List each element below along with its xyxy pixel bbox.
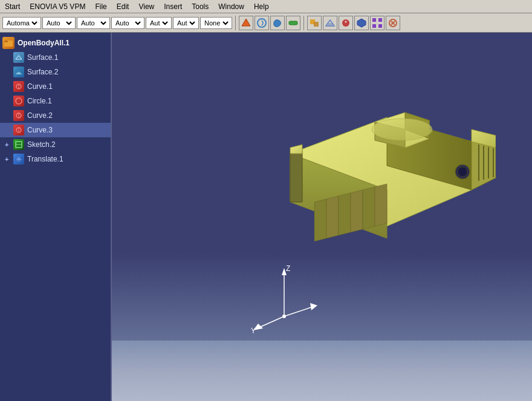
svg-line-32 [284,307,311,316]
svg-marker-53 [326,196,339,238]
toolbar-btn-10[interactable] [386,16,400,30]
dropdown-auto2-select[interactable]: Auto [79,19,108,27]
svg-marker-50 [290,151,302,202]
toolbar: Automa Auto Auto Auto Aut Aut None * [0,13,532,33]
circle1-icon [13,96,24,106]
curve1-icon [13,81,24,92]
toolbar-btn-3[interactable] [270,16,285,30]
dropdown-auto3-select[interactable]: Auto [113,19,143,27]
svg-marker-57 [375,184,387,226]
dropdown-none[interactable]: None [200,17,232,29]
bottom-bar [112,341,532,401]
toolbar-btn-2[interactable] [255,16,269,30]
menu-insert[interactable]: Insert [159,1,187,12]
sketch2-plus: + [5,141,8,148]
main-area: OpenBodyAll.1 Surface.1 Surface.2 Curve.… [0,33,532,401]
translate1-plus: + [5,155,8,163]
dropdown-aut1[interactable]: Aut [146,17,172,29]
dropdown-automate[interactable]: Automa [2,17,41,29]
surface2-icon [13,67,24,77]
tree-item-curve2[interactable]: Curve.2 [0,108,111,123]
curve3-icon [13,125,24,135]
menu-view[interactable]: View [134,1,159,12]
dropdown-none-select[interactable]: None [202,19,230,27]
svg-rect-8 [378,18,382,22]
svg-point-47 [372,119,432,140]
curve1-label: Curve.1 [27,82,53,91]
sketch2-icon [13,139,24,150]
svg-rect-7 [372,18,376,22]
toolbar-btn-5[interactable] [307,16,322,30]
curve2-icon [13,110,24,121]
tree-item-translate1[interactable]: + Translate.1 [0,152,111,166]
menu-tools[interactable]: Tools [187,1,213,12]
svg-text:Z: Z [286,264,290,273]
dropdown-aut2-select[interactable]: Aut [175,19,197,27]
sketch2-label: Sketch.2 [27,140,56,149]
3d-model [242,69,496,262]
dropdown-auto1-select[interactable]: Auto [44,19,74,27]
menu-help[interactable]: Help [249,1,274,12]
svg-point-49 [458,167,467,177]
svg-marker-54 [339,193,351,235]
svg-rect-15 [4,41,8,42]
svg-point-18 [16,98,22,104]
curve2-label: Curve.2 [27,111,53,120]
svg-marker-56 [363,187,375,229]
dropdown-automate-select[interactable]: Automa [4,19,39,27]
dropdown-aut1-select[interactable]: Aut [148,19,170,27]
tree-item-surface2[interactable]: Surface.2 [0,65,111,79]
tree-item-sketch2[interactable]: + Sketch.2 [0,137,111,152]
toolbar-btn-1[interactable] [239,16,253,30]
toolbar-btn-4[interactable] [286,16,300,30]
svg-marker-33 [310,303,317,310]
menu-edit[interactable]: Edit [112,1,134,12]
tree-root[interactable]: OpenBodyAll.1 [0,36,111,50]
tree-item-surface1[interactable]: Surface.1 [0,50,111,65]
root-icon [2,37,15,49]
menubar: Start ENOVIA V5 VPM File Edit View Inser… [0,0,532,13]
svg-point-34 [282,315,286,318]
svg-point-1 [258,19,266,27]
tree-item-curve1[interactable]: Curve.1 [0,79,111,94]
surface1-icon [13,52,24,63]
viewport[interactable]: Z Y [112,33,532,401]
svg-marker-0 [242,19,250,26]
toolbar-separator-2 [303,16,304,30]
dropdown-aut2[interactable]: Aut [173,17,199,29]
svg-text:Y: Y [251,327,256,334]
tree-item-circle1[interactable]: Circle.1 [0,94,111,108]
translate1-icon [13,154,24,165]
svg-rect-25 [17,160,21,162]
surface2-label: Surface.2 [27,68,58,76]
dropdown-auto3[interactable]: Auto [111,17,144,29]
svg-text:*: * [345,20,347,27]
tree-root-label: OpenBodyAll.1 [18,39,70,47]
surface1-label: Surface.1 [27,53,58,62]
axis-indicator: Z Y [245,256,323,334]
svg-marker-55 [351,190,363,232]
circle1-label: Circle.1 [27,97,52,105]
toolbar-separator-1 [235,16,236,30]
svg-marker-52 [314,199,326,241]
translate1-label: Translate.1 [27,155,63,163]
toolbar-btn-8[interactable] [354,16,369,30]
menu-enovia[interactable]: ENOVIA V5 VPM [25,1,90,12]
curve3-label: Curve.3 [27,126,53,134]
dropdown-auto2[interactable]: Auto [77,17,110,29]
toolbar-btn-7[interactable]: * [339,16,353,30]
dropdown-auto1[interactable]: Auto [42,17,76,29]
tree-sidebar: OpenBodyAll.1 Surface.1 Surface.2 Curve.… [0,33,112,401]
svg-rect-9 [372,24,376,28]
svg-rect-4 [314,22,319,27]
svg-rect-2 [289,21,297,25]
menu-window[interactable]: Window [213,1,249,12]
menu-start[interactable]: Start [0,1,25,12]
tree-item-curve3[interactable]: Curve.3 [0,123,111,137]
svg-marker-51 [290,145,302,154]
svg-rect-10 [378,24,382,28]
toolbar-btn-9[interactable] [370,16,384,30]
toolbar-btn-6[interactable] [323,16,337,30]
menu-file[interactable]: File [90,1,111,12]
